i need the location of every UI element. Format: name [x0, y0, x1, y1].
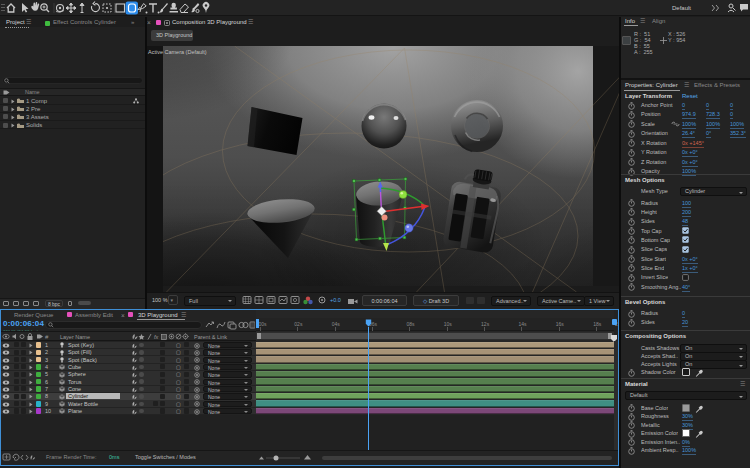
svg-text:Default: Default	[672, 5, 691, 11]
svg-text:fx: fx	[154, 334, 159, 340]
svg-text:#: #	[45, 334, 49, 340]
svg-text:Parent & Link: Parent & Link	[194, 334, 227, 340]
svg-text:Layer Name: Layer Name	[60, 334, 90, 340]
